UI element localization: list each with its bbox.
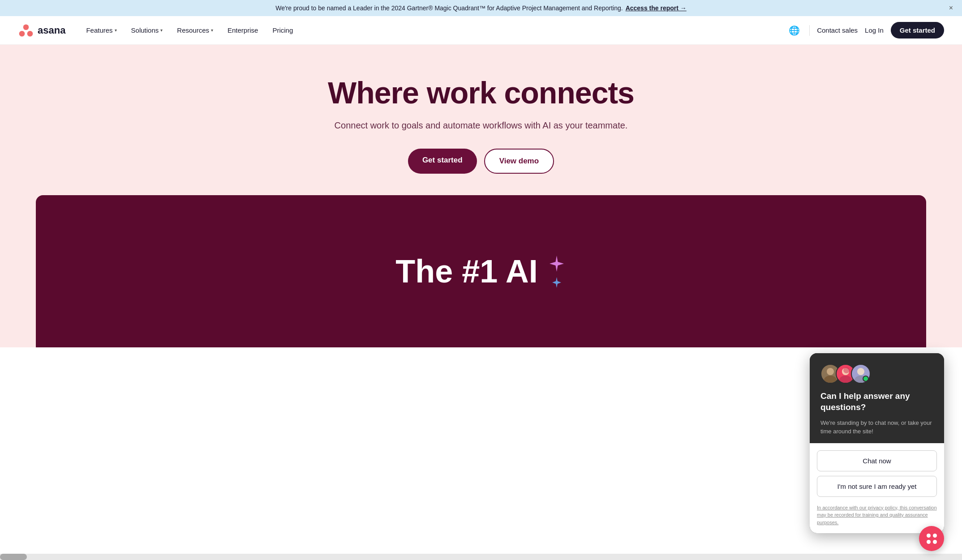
video-text: The #1 AI xyxy=(395,253,566,290)
hero-buttons: Get started View demo xyxy=(18,149,944,174)
nav-divider xyxy=(809,25,810,36)
svg-point-0 xyxy=(23,24,29,30)
nav-features[interactable]: Features ▾ xyxy=(80,23,123,38)
nav-resources[interactable]: Resources ▾ xyxy=(171,23,219,38)
asana-logo-icon xyxy=(18,22,34,38)
nav-solutions[interactable]: Solutions ▾ xyxy=(125,23,169,38)
sparkle-icons xyxy=(547,254,567,289)
resources-chevron-icon: ▾ xyxy=(211,28,213,33)
banner-text: We're proud to be named a Leader in the … xyxy=(275,4,623,12)
hero-section: Where work connects Connect work to goal… xyxy=(0,45,962,347)
features-chevron-icon: ▾ xyxy=(115,28,117,33)
logo[interactable]: asana xyxy=(18,22,65,38)
hero-title: Where work connects xyxy=(18,76,944,110)
hero-subtitle: Connect work to goals and automate workf… xyxy=(18,120,944,131)
sparkle-blue-icon xyxy=(550,276,563,289)
solutions-chevron-icon: ▾ xyxy=(160,28,163,33)
banner-link[interactable]: Access the report → xyxy=(626,4,687,12)
language-selector-button[interactable]: 🌐 xyxy=(786,22,802,38)
login-button[interactable]: Log In xyxy=(865,26,884,34)
sparkle-pink-icon xyxy=(547,254,567,274)
svg-point-1 xyxy=(19,30,25,36)
svg-point-2 xyxy=(27,30,33,36)
hero-video-section: The #1 AI xyxy=(36,195,926,347)
banner-close-button[interactable]: × xyxy=(949,4,953,12)
nav-right: 🌐 Contact sales Log In Get started xyxy=(786,22,944,38)
nav-links: Features ▾ Solutions ▾ Resources ▾ Enter… xyxy=(80,23,786,38)
main-nav: asana Features ▾ Solutions ▾ Resources ▾… xyxy=(0,16,962,45)
announcement-banner: We're proud to be named a Leader in the … xyxy=(0,0,962,16)
hero-view-demo-button[interactable]: View demo xyxy=(484,149,554,174)
hero-get-started-button[interactable]: Get started xyxy=(408,149,477,174)
get-started-nav-button[interactable]: Get started xyxy=(891,22,944,38)
contact-sales-link[interactable]: Contact sales xyxy=(817,26,858,34)
nav-enterprise[interactable]: Enterprise xyxy=(221,23,264,38)
logo-text: asana xyxy=(38,25,65,36)
nav-pricing[interactable]: Pricing xyxy=(266,23,299,38)
